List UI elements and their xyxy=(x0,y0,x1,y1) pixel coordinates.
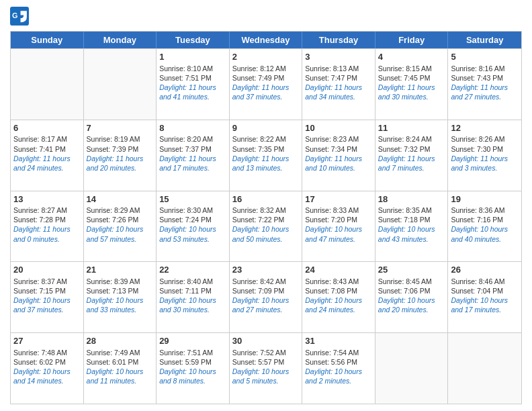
calendar-day-25: 25Sunrise: 8:45 AMSunset: 7:06 PMDayligh… xyxy=(375,262,449,332)
day-number: 27 xyxy=(13,335,81,347)
sunset-text: Sunset: 7:45 PM xyxy=(378,74,431,82)
sunrise-text: Sunrise: 7:49 AM xyxy=(87,349,140,357)
svg-text:G: G xyxy=(12,11,17,19)
calendar: SundayMondayTuesdayWednesdayThursdayFrid… xyxy=(10,31,522,404)
sunrise-text: Sunrise: 8:27 AM xyxy=(13,206,67,214)
sunset-text: Sunset: 7:24 PM xyxy=(159,216,212,224)
sunrise-text: Sunrise: 8:40 AM xyxy=(159,277,213,285)
sunrise-text: Sunrise: 8:12 AM xyxy=(232,64,286,73)
day-number: 11 xyxy=(378,122,445,134)
sunrise-text: Sunrise: 8:15 AM xyxy=(378,64,432,73)
sunrise-text: Sunrise: 8:16 AM xyxy=(451,64,504,73)
sunset-text: Sunset: 6:01 PM xyxy=(87,358,139,366)
day-number: 15 xyxy=(159,193,226,205)
sunrise-text: Sunrise: 8:10 AM xyxy=(159,64,213,73)
sunset-text: Sunset: 7:49 PM xyxy=(232,74,285,82)
calendar-day-7: 7Sunrise: 8:19 AMSunset: 7:39 PMDaylight… xyxy=(84,120,157,191)
calendar-week-4: 20Sunrise: 8:37 AMSunset: 7:15 PMDayligh… xyxy=(11,261,521,332)
sunset-text: Sunset: 7:51 PM xyxy=(159,74,212,82)
calendar-day-11: 11Sunrise: 8:24 AMSunset: 7:32 PMDayligh… xyxy=(375,120,449,191)
daylight-text: Daylight: 10 hours and 43 minutes. xyxy=(378,225,435,242)
day-number: 24 xyxy=(305,264,372,276)
sunrise-text: Sunrise: 8:22 AM xyxy=(232,135,286,143)
daylight-text: Daylight: 10 hours and 8 minutes. xyxy=(159,367,216,385)
daylight-text: Daylight: 10 hours and 2 minutes. xyxy=(305,367,362,385)
calendar-day-5: 5Sunrise: 8:16 AMSunset: 7:43 PMDaylight… xyxy=(448,49,521,120)
sunrise-text: Sunrise: 8:20 AM xyxy=(159,135,213,143)
sunset-text: Sunset: 7:30 PM xyxy=(451,145,503,153)
calendar-day-2: 2Sunrise: 8:12 AMSunset: 7:49 PMDaylight… xyxy=(230,49,303,120)
calendar-day-19: 19Sunrise: 8:36 AMSunset: 7:16 PMDayligh… xyxy=(448,191,521,262)
calendar-week-1: 1Sunrise: 8:10 AMSunset: 7:51 PMDaylight… xyxy=(11,48,521,120)
day-number: 22 xyxy=(159,264,226,276)
day-number: 31 xyxy=(305,335,372,347)
sunset-text: Sunset: 7:11 PM xyxy=(159,287,212,295)
daylight-text: Daylight: 10 hours and 30 minutes. xyxy=(159,296,216,314)
daylight-text: Daylight: 11 hours and 27 minutes. xyxy=(451,83,508,101)
sunrise-text: Sunrise: 8:29 AM xyxy=(87,206,140,214)
day-number: 26 xyxy=(451,264,519,276)
sunrise-text: Sunrise: 8:43 AM xyxy=(305,277,359,285)
sunrise-text: Sunrise: 7:51 AM xyxy=(159,349,213,357)
day-number: 2 xyxy=(232,51,300,63)
sunrise-text: Sunrise: 7:54 AM xyxy=(305,349,359,357)
daylight-text: Daylight: 10 hours and 17 minutes. xyxy=(451,296,508,314)
calendar-day-empty xyxy=(84,49,157,120)
calendar-week-3: 13Sunrise: 8:27 AMSunset: 7:28 PMDayligh… xyxy=(11,191,521,262)
sunset-text: Sunset: 7:41 PM xyxy=(13,145,66,153)
daylight-text: Daylight: 10 hours and 53 minutes. xyxy=(159,225,216,242)
daylight-text: Daylight: 10 hours and 5 minutes. xyxy=(232,367,290,385)
calendar-day-12: 12Sunrise: 8:26 AMSunset: 7:30 PMDayligh… xyxy=(448,120,521,191)
sunset-text: Sunset: 7:13 PM xyxy=(87,287,139,295)
sunset-text: Sunset: 7:35 PM xyxy=(232,145,285,153)
sunset-text: Sunset: 7:18 PM xyxy=(378,216,431,224)
daylight-text: Daylight: 10 hours and 57 minutes. xyxy=(87,225,144,242)
day-number: 12 xyxy=(451,122,519,134)
sunrise-text: Sunrise: 8:17 AM xyxy=(13,135,67,143)
calendar-header: SundayMondayTuesdayWednesdayThursdayFrid… xyxy=(11,32,521,48)
daylight-text: Daylight: 10 hours and 20 minutes. xyxy=(378,296,435,314)
daylight-text: Daylight: 10 hours and 33 minutes. xyxy=(87,296,144,314)
daylight-text: Daylight: 10 hours and 11 minutes. xyxy=(87,367,144,385)
sunrise-text: Sunrise: 8:46 AM xyxy=(451,277,504,285)
daylight-text: Daylight: 10 hours and 27 minutes. xyxy=(232,296,290,314)
day-number: 17 xyxy=(305,193,372,205)
sunset-text: Sunset: 7:39 PM xyxy=(87,145,139,153)
day-number: 23 xyxy=(232,264,300,276)
calendar-day-17: 17Sunrise: 8:33 AMSunset: 7:20 PMDayligh… xyxy=(302,191,375,262)
calendar-week-5: 27Sunrise: 7:48 AMSunset: 6:02 PMDayligh… xyxy=(11,332,521,404)
sunrise-text: Sunrise: 8:37 AM xyxy=(13,277,67,285)
sunrise-text: Sunrise: 8:24 AM xyxy=(378,135,432,143)
calendar-day-26: 26Sunrise: 8:46 AMSunset: 7:04 PMDayligh… xyxy=(448,262,521,332)
logo: G xyxy=(10,7,32,26)
day-number: 8 xyxy=(159,122,226,134)
sunrise-text: Sunrise: 8:45 AM xyxy=(378,277,432,285)
sunrise-text: Sunrise: 8:39 AM xyxy=(87,277,140,285)
sunset-text: Sunset: 7:06 PM xyxy=(378,287,431,295)
calendar-day-21: 21Sunrise: 8:39 AMSunset: 7:13 PMDayligh… xyxy=(84,262,157,332)
day-number: 29 xyxy=(159,335,226,347)
calendar-day-27: 27Sunrise: 7:48 AMSunset: 6:02 PMDayligh… xyxy=(11,333,84,404)
calendar-day-empty xyxy=(448,333,521,404)
calendar-day-28: 28Sunrise: 7:49 AMSunset: 6:01 PMDayligh… xyxy=(84,333,157,404)
daylight-text: Daylight: 11 hours and 13 minutes. xyxy=(232,154,290,172)
sunset-text: Sunset: 7:34 PM xyxy=(305,145,357,153)
sunrise-text: Sunrise: 8:23 AM xyxy=(305,135,359,143)
sunset-text: Sunset: 7:26 PM xyxy=(87,216,139,224)
sunset-text: Sunset: 7:04 PM xyxy=(451,287,503,295)
daylight-text: Daylight: 11 hours and 41 minutes. xyxy=(159,83,216,101)
day-number: 10 xyxy=(305,122,372,134)
sunrise-text: Sunrise: 8:36 AM xyxy=(451,206,504,214)
sunset-text: Sunset: 7:20 PM xyxy=(305,216,357,224)
weekday-header-friday: Friday xyxy=(375,32,449,48)
calendar-day-14: 14Sunrise: 8:29 AMSunset: 7:26 PMDayligh… xyxy=(84,191,157,262)
daylight-text: Daylight: 11 hours and 17 minutes. xyxy=(159,154,216,172)
day-number: 21 xyxy=(87,264,154,276)
daylight-text: Daylight: 10 hours and 50 minutes. xyxy=(232,225,290,242)
sunset-text: Sunset: 5:56 PM xyxy=(305,358,357,366)
sunset-text: Sunset: 7:16 PM xyxy=(451,216,503,224)
day-number: 5 xyxy=(451,51,519,63)
weekday-header-monday: Monday xyxy=(84,32,157,48)
calendar-day-6: 6Sunrise: 8:17 AMSunset: 7:41 PMDaylight… xyxy=(11,120,84,191)
calendar-day-15: 15Sunrise: 8:30 AMSunset: 7:24 PMDayligh… xyxy=(157,191,230,262)
